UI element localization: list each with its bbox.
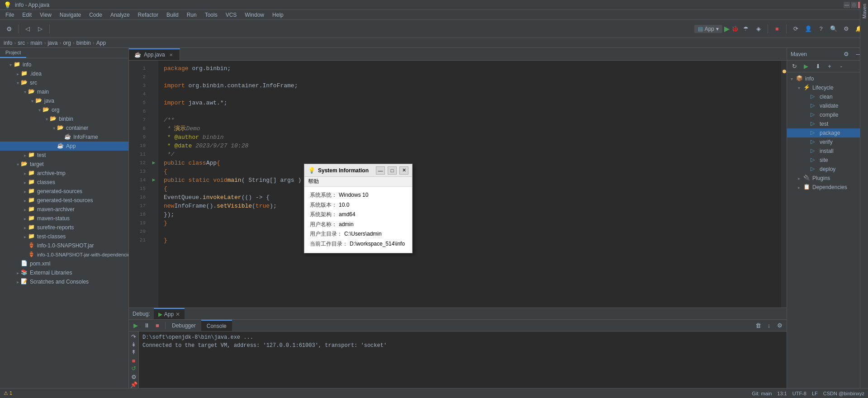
dialog-maximize-btn[interactable]: □ [388,166,397,175]
menu-item-view[interactable]: View [36,11,55,19]
tree-item-app[interactable]: ▸ ☕ App [0,142,128,151]
tree-item-idea[interactable]: ▸ 📁 .idea [0,69,128,78]
dialog-minimize-btn[interactable]: — [376,166,385,175]
console-scroll-end-btn[interactable]: ↓ [764,321,774,331]
maven-item-test[interactable]: ▸ ▷ test [787,119,868,128]
step-into-btn[interactable]: ↡ [129,341,139,348]
maven-collapse-all-btn[interactable]: - [836,61,847,72]
maven-item-compile[interactable]: ▸ ▷ compile [787,110,868,119]
search-everywhere-button[interactable]: 🔍 [828,24,839,34]
debug-app-close[interactable]: ✕ [175,311,180,317]
tree-item-info[interactable]: ▾ 📁 info [0,60,128,69]
console-settings-btn[interactable]: ⚙ [775,321,785,331]
tree-item-jar2[interactable]: ▸ 🏺 info-1.0-SNAPSHOT-jar-with-dependenc… [0,250,128,259]
step-out-btn[interactable]: ↟ [129,349,139,355]
run-config-selector[interactable]: ▤ App ▾ [694,25,722,33]
tree-item-container[interactable]: ▾ 📂 container [0,123,128,133]
settings-btn[interactable]: ⚙ [129,374,139,380]
breadcrumb-org[interactable]: org [63,40,71,46]
profile-button[interactable]: ◈ [753,24,764,34]
tree-item-surefire-reports[interactable]: ▸ 📁 surefire-reports [0,223,128,232]
breadcrumb-binbin[interactable]: binbin [76,40,91,46]
editor-tab-close[interactable]: ✕ [168,52,174,58]
debug-button[interactable]: 🐞 [731,25,739,32]
avatar-button[interactable]: 👤 [803,24,814,34]
editor-tab-app[interactable]: ☕ App.java ✕ [129,48,180,60]
toolbar-settings-btn[interactable]: ⚙ [4,24,14,34]
resume-button[interactable]: ▶ [131,321,141,331]
settings-gear-button[interactable]: ⚙ [841,24,852,34]
code-content[interactable]: package org.binbin; import org.binbin.co… [158,61,787,308]
tree-item-infoframe[interactable]: ▸ ☕ InfoFrame [0,133,128,142]
menu-item-refactor[interactable]: Refactor [134,11,162,19]
breadcrumb-main[interactable]: main [30,40,42,46]
maven-refresh-btn[interactable]: ↻ [789,61,800,72]
step-over-btn[interactable]: ↷ [129,333,139,340]
maven-item-validate[interactable]: ▸ ▷ validate [787,101,868,110]
menu-item-vcs[interactable]: VCS [222,11,241,19]
toolbar-back-btn[interactable]: ◁ [22,24,33,34]
breadcrumb-info[interactable]: info [4,40,12,46]
maven-item-site[interactable]: ▸ ▷ site [787,156,868,165]
line-ending[interactable]: LF [812,391,818,396]
maven-item-info[interactable]: ▾ 📦 info [787,74,868,83]
tree-item-pom[interactable]: ▸ 📄 pom.xml [0,259,128,268]
maven-item-install[interactable]: ▸ ▷ install [787,147,868,156]
vcs-button[interactable]: ⟳ [790,24,801,34]
maven-item-package[interactable]: ▸ ▷ package [787,128,868,137]
menu-item-navigate[interactable]: Navigate [56,11,85,19]
maven-download-btn[interactable]: ⬇ [812,61,823,72]
menu-item-run[interactable]: Run [183,11,200,19]
tree-item-test-classes[interactable]: ▸ 📁 test-classes [0,232,128,241]
menu-item-tools[interactable]: Tools [201,11,221,19]
breadcrumb-java[interactable]: java [47,40,57,46]
tree-item-jar1[interactable]: ▸ 🏺 info-1.0-SNAPSHOT.jar [0,241,128,250]
menu-item-file[interactable]: File [2,11,18,19]
menu-item-code[interactable]: Code [85,11,106,19]
maven-item-deploy[interactable]: ▸ ▷ deploy [787,165,868,174]
dialog-menu-help[interactable]: 帮助 [308,178,319,185]
stop-debug-button[interactable]: ■ [152,321,162,331]
maven-vertical-tab[interactable]: Maven [861,0,868,22]
maven-settings-btn[interactable]: ⚙ [841,49,852,60]
pin-btn[interactable]: 📌 [129,381,139,388]
code-editor[interactable]: 1 2 3 4 5 6 7 8 9 10 11 12 13 14 15 16 1 [129,61,787,308]
dialog-close-btn[interactable]: ✕ [399,166,408,175]
menu-item-analyze[interactable]: Analyze [107,11,133,19]
maven-expand-btn[interactable]: + [824,61,835,72]
stop-btn[interactable]: ■ [129,357,139,364]
console-tab[interactable]: Console [201,320,232,331]
tree-item-classes[interactable]: ▸ 📁 classes [0,178,128,187]
maven-item-dependencies[interactable]: ▸ 📋 Dependencies [787,183,868,192]
tree-item-target[interactable]: ▾ 📂 target [0,160,128,169]
maven-item-clean[interactable]: ▸ ▷ clean [787,92,868,101]
tree-item-archive-tmp[interactable]: ▸ 📁 archive-tmp [0,169,128,178]
debugger-tab[interactable]: Debugger [166,320,201,331]
maven-item-verify[interactable]: ▸ ▷ verify [787,137,868,147]
editor-scrollbar[interactable] [781,61,787,308]
pause-button[interactable]: ⏸ [142,321,152,331]
debug-app-tab[interactable]: ▶ App ✕ [154,308,185,319]
tree-item-binbin[interactable]: ▾ 📂 binbin [0,114,128,123]
tree-item-scratches[interactable]: ▸ 📝 Scratches and Consoles [0,277,128,286]
console-clear-btn[interactable]: 🗑 [753,321,763,331]
tree-item-test[interactable]: ▸ 📁 test [0,151,128,160]
menu-item-window[interactable]: Window [241,11,268,19]
maximize-button[interactable]: □ [851,2,857,8]
menu-item-edit[interactable]: Edit [19,11,35,19]
run-button[interactable]: ▶ [724,24,730,33]
tree-item-external-libraries[interactable]: ▸ 📚 External Libraries [0,268,128,277]
tree-item-org[interactable]: ▾ 📂 org [0,105,128,114]
maven-item-lifecycle[interactable]: ▾ ⚡ Lifecycle [787,83,868,92]
stop-button[interactable]: ■ [772,24,783,34]
toolbar-forward-btn[interactable]: ▷ [35,24,46,34]
minimize-button[interactable]: — [844,2,850,8]
breadcrumb-src[interactable]: src [18,40,25,46]
tree-item-generated-test-sources[interactable]: ▸ 📁 generated-test-sources [0,196,128,205]
warning-count[interactable]: ⚠ 1 [4,390,12,396]
tree-item-generated-sources[interactable]: ▸ 📁 generated-sources [0,187,128,196]
project-tab[interactable]: Project [0,48,26,58]
tree-item-java[interactable]: ▾ 📂 java [0,96,128,105]
tree-item-main[interactable]: ▾ 📂 main [0,87,128,96]
tree-item-maven-status[interactable]: ▸ 📁 maven-status [0,214,128,223]
